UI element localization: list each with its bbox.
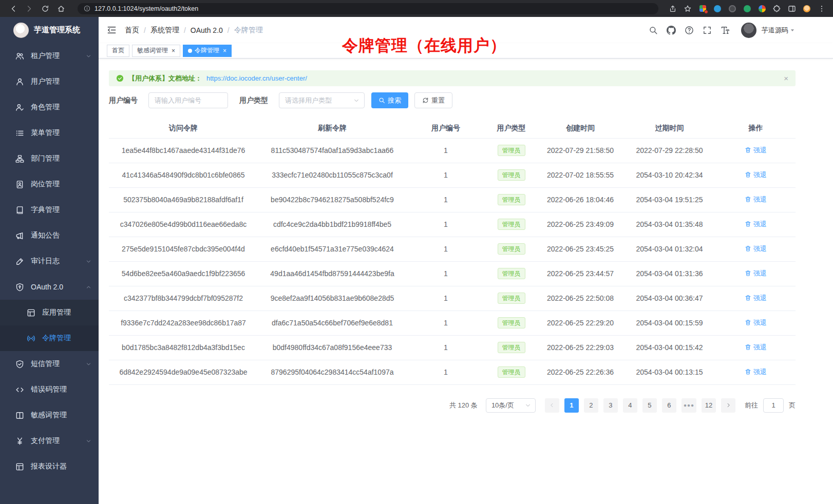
sidebar-item-menu[interactable]: 菜单管理 [0,120,99,146]
tab-home[interactable]: 首页 [107,45,129,57]
breadcrumb: 首页/系统管理/OAuth 2.0/令牌管理 [125,26,263,35]
reload-icon[interactable] [41,5,49,13]
force-logout-button[interactable]: 强退 [745,343,767,352]
sidebar-item-oauth2-app[interactable]: 应用管理 [0,300,99,325]
close-icon[interactable]: × [172,48,175,54]
font-size-icon[interactable] [721,26,730,35]
github-icon[interactable] [667,26,676,35]
table-row: 6d842e2924594de9a09e45e087323abe8796295f… [109,360,796,384]
force-logout-button[interactable]: 强退 [745,318,767,327]
force-logout-button[interactable]: 强退 [745,244,767,254]
page-button-12[interactable]: 12 [702,398,716,413]
close-icon[interactable]: × [223,48,226,54]
address-bar[interactable]: 127.0.0.1:1024/system/oauth2/token [78,3,658,14]
tab-sensitive-word[interactable]: 敏感词管理× [132,45,180,57]
sidebar-item-role[interactable]: 角色管理 [0,94,99,120]
user-id-input[interactable] [148,92,228,108]
page-button-4[interactable]: 4 [623,398,637,413]
sidebar-item-audit-log[interactable]: 审计日志 [0,248,99,274]
sidebar-item-user[interactable]: 用户管理 [0,69,99,94]
tab-token[interactable]: 令牌管理× [183,45,232,57]
sidebar-item-post[interactable]: 岗位管理 [0,171,99,197]
breadcrumb-item[interactable]: 系统管理 [150,26,179,35]
user-type-select[interactable]: 请选择用户类型 [279,92,365,108]
expires-at-cell: 2054-03-04 00:15:42 [623,335,716,360]
sidebar-item-oauth2-token[interactable]: 令牌管理 [0,325,99,351]
page-button-1[interactable]: 1 [564,398,579,413]
user-id-cell: 1 [407,311,485,335]
action-cell: 强退 [716,311,796,335]
action-cell: 强退 [716,286,796,311]
pinwheel-icon[interactable] [758,5,766,13]
dark-circle-icon[interactable] [728,5,736,13]
search-icon[interactable] [649,26,658,35]
sidebar-item-dict[interactable]: 字典管理 [0,197,99,223]
page-ellipsis[interactable]: ●●● [681,398,696,413]
delete-icon [745,171,751,178]
sidebar-item-sensitive-word[interactable]: 敏感词管理 [0,402,99,428]
page-button-5[interactable]: 5 [642,398,657,413]
sidebar-item-tenant[interactable]: 租户管理 [0,43,99,69]
access-token-cell: c347026e805e4d99b0d116eae66eda8c [109,212,258,237]
page-button-6[interactable]: 6 [662,398,676,413]
breadcrumb-item[interactable]: 首页 [125,26,139,35]
breadcrumb-separator: / [144,26,146,34]
page-size-select[interactable]: 10条/页 [486,398,536,413]
page-button-3[interactable]: 3 [603,398,618,413]
alert-doc-link[interactable]: https://doc.iocoder.cn/user-center/ [206,74,307,82]
forward-icon[interactable] [25,5,33,13]
site-info-icon[interactable] [84,5,90,12]
force-logout-button[interactable]: 强退 [745,146,767,155]
breadcrumb-item[interactable]: OAuth 2.0 [191,26,223,34]
fullscreen-icon[interactable] [703,26,712,35]
refresh-token-cell: cdfc4ce9c2da4bb1bdf21b9918ff4be5 [258,212,407,237]
force-logout-button[interactable]: 强退 [745,220,767,229]
force-logout-button[interactable]: 强退 [745,195,767,204]
green-circle-icon[interactable] [743,5,751,13]
sidebar-item-label: 敏感词管理 [31,411,67,420]
sidebar-item-error-code[interactable]: 错误码管理 [0,377,99,402]
star-icon[interactable] [684,5,692,13]
prev-page-button[interactable] [545,398,559,413]
kebab-menu-icon[interactable] [818,5,826,13]
force-logout-button[interactable]: 强退 [745,269,767,278]
sidebar-item-notice[interactable]: 通知公告 [0,223,99,248]
force-logout-button[interactable]: 强退 [745,367,767,377]
sidebar-item-report-designer[interactable]: 报表设计器 [0,454,99,479]
caret-down-icon[interactable] [789,27,796,33]
force-logout-button[interactable]: 强退 [745,294,767,303]
panel-icon[interactable] [788,5,796,13]
sidebar-item-label: 应用管理 [42,308,71,317]
blue-circle-icon[interactable] [713,5,722,13]
sidebar-item-label: 报表设计器 [31,462,67,471]
sidebar-item-oauth2[interactable]: OAuth 2.0 [0,274,99,300]
next-page-button[interactable] [721,398,735,413]
user-type-cell: 管理员 [485,286,538,311]
search-button[interactable]: 搜索 [371,92,408,108]
sidebar-fold-icon[interactable] [107,25,117,35]
question-icon[interactable] [685,26,694,35]
profile-avatar-icon[interactable] [803,5,811,13]
page-button-2[interactable]: 2 [584,398,598,413]
username[interactable]: 芋道源码 [762,26,788,35]
refresh-token-cell: 333ecfc71e02480cb11055c875c3ca0f [258,163,407,187]
goto-page-input[interactable] [763,398,784,413]
reset-button[interactable]: 重置 [414,92,452,108]
sidebar-item-pay[interactable]: 支付管理 [0,428,99,454]
user-type-tag: 管理员 [498,317,525,328]
user-type-tag: 管理员 [498,268,525,279]
user-avatar[interactable] [741,23,756,38]
alert-close-icon[interactable]: × [784,74,788,83]
back-icon[interactable] [9,5,17,13]
share-icon[interactable] [669,5,677,13]
home-icon[interactable] [57,5,65,13]
force-logout-button[interactable]: 强退 [745,170,767,180]
chevron-down-icon [86,438,91,444]
sidebar-item-dept[interactable]: 部门管理 [0,146,99,171]
extension-badge-icon[interactable] [698,5,707,13]
puzzle-icon[interactable] [773,5,781,13]
refresh-token-cell: e6cfd40eb1f54571a31e775e039c4624 [258,237,407,261]
user-id-cell: 1 [407,237,485,261]
expires-at-cell: 2054-03-04 01:31:36 [623,261,716,286]
sidebar-item-sms[interactable]: 短信管理 [0,351,99,377]
